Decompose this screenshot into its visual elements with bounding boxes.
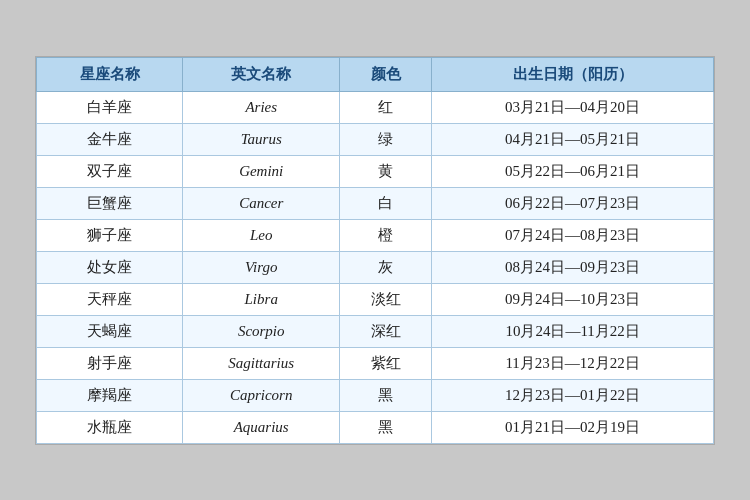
cell-chinese-name: 射手座 [37, 347, 183, 379]
table-row: 处女座Virgo灰08月24日—09月23日 [37, 251, 714, 283]
table-row: 巨蟹座Cancer白06月22日—07月23日 [37, 187, 714, 219]
table-row: 摩羯座Capricorn黑12月23日—01月22日 [37, 379, 714, 411]
table-row: 天秤座Libra淡红09月24日—10月23日 [37, 283, 714, 315]
cell-date: 10月24日—11月22日 [432, 315, 714, 347]
cell-english-name: Scorpio [183, 315, 340, 347]
cell-chinese-name: 双子座 [37, 155, 183, 187]
table-row: 水瓶座Aquarius黑01月21日—02月19日 [37, 411, 714, 443]
table-row: 白羊座Aries红03月21日—04月20日 [37, 91, 714, 123]
cell-date: 11月23日—12月22日 [432, 347, 714, 379]
header-date: 出生日期（阳历） [432, 57, 714, 91]
cell-english-name: Virgo [183, 251, 340, 283]
cell-english-name: Leo [183, 219, 340, 251]
cell-color: 红 [340, 91, 432, 123]
cell-date: 03月21日—04月20日 [432, 91, 714, 123]
cell-date: 08月24日—09月23日 [432, 251, 714, 283]
cell-color: 淡红 [340, 283, 432, 315]
header-chinese-name: 星座名称 [37, 57, 183, 91]
cell-chinese-name: 处女座 [37, 251, 183, 283]
header-english-name: 英文名称 [183, 57, 340, 91]
cell-english-name: Aries [183, 91, 340, 123]
cell-chinese-name: 巨蟹座 [37, 187, 183, 219]
cell-english-name: Sagittarius [183, 347, 340, 379]
table-body: 白羊座Aries红03月21日—04月20日金牛座Taurus绿04月21日—0… [37, 91, 714, 443]
cell-date: 01月21日—02月19日 [432, 411, 714, 443]
table-row: 狮子座Leo橙07月24日—08月23日 [37, 219, 714, 251]
cell-color: 黄 [340, 155, 432, 187]
header-color: 颜色 [340, 57, 432, 91]
cell-color: 绿 [340, 123, 432, 155]
cell-english-name: Cancer [183, 187, 340, 219]
cell-color: 灰 [340, 251, 432, 283]
cell-chinese-name: 狮子座 [37, 219, 183, 251]
table-row: 双子座Gemini黄05月22日—06月21日 [37, 155, 714, 187]
cell-date: 12月23日—01月22日 [432, 379, 714, 411]
cell-english-name: Libra [183, 283, 340, 315]
cell-date: 05月22日—06月21日 [432, 155, 714, 187]
cell-english-name: Taurus [183, 123, 340, 155]
cell-english-name: Gemini [183, 155, 340, 187]
cell-chinese-name: 白羊座 [37, 91, 183, 123]
cell-date: 07月24日—08月23日 [432, 219, 714, 251]
cell-color: 白 [340, 187, 432, 219]
cell-date: 06月22日—07月23日 [432, 187, 714, 219]
cell-chinese-name: 金牛座 [37, 123, 183, 155]
cell-chinese-name: 水瓶座 [37, 411, 183, 443]
table-row: 金牛座Taurus绿04月21日—05月21日 [37, 123, 714, 155]
cell-color: 橙 [340, 219, 432, 251]
cell-english-name: Capricorn [183, 379, 340, 411]
cell-color: 黑 [340, 411, 432, 443]
cell-date: 09月24日—10月23日 [432, 283, 714, 315]
zodiac-table: 星座名称 英文名称 颜色 出生日期（阳历） 白羊座Aries红03月21日—04… [36, 57, 714, 444]
table-row: 射手座Sagittarius紫红11月23日—12月22日 [37, 347, 714, 379]
table-header-row: 星座名称 英文名称 颜色 出生日期（阳历） [37, 57, 714, 91]
cell-color: 紫红 [340, 347, 432, 379]
cell-chinese-name: 摩羯座 [37, 379, 183, 411]
zodiac-table-container: 星座名称 英文名称 颜色 出生日期（阳历） 白羊座Aries红03月21日—04… [35, 56, 715, 445]
cell-color: 黑 [340, 379, 432, 411]
cell-date: 04月21日—05月21日 [432, 123, 714, 155]
table-row: 天蝎座Scorpio深红10月24日—11月22日 [37, 315, 714, 347]
cell-english-name: Aquarius [183, 411, 340, 443]
cell-color: 深红 [340, 315, 432, 347]
cell-chinese-name: 天秤座 [37, 283, 183, 315]
cell-chinese-name: 天蝎座 [37, 315, 183, 347]
